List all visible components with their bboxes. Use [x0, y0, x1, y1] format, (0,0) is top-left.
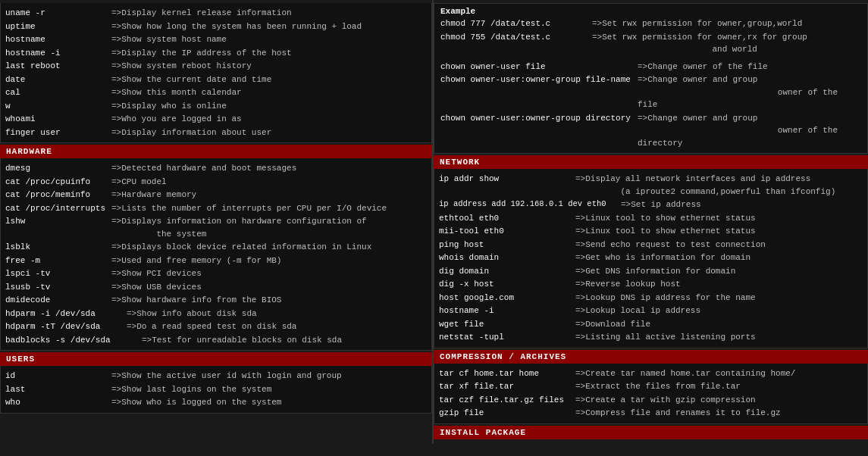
command-text: chown owner-user:owner-group directory — [440, 112, 638, 150]
command-text: cat /proc/interrupts — [5, 202, 111, 215]
command-desc: =>Set rwx permission for owner,rx for gr… — [592, 31, 861, 56]
command-desc: =>Change owner of the file — [638, 61, 861, 73]
list-item: last =>Show last logins on the system — [5, 383, 427, 396]
right-column: Example chmod 777 /data/test.c =>Set rwx… — [432, 0, 868, 444]
command-text: chown owner-user:owner-group file-name — [440, 73, 638, 111]
users-content: id =>Show the active user id with login … — [0, 366, 432, 414]
command-text: chown owner-user file — [440, 61, 638, 73]
command-desc: =>Linux tool to show ethernet status — [575, 225, 863, 238]
list-item: host google.com =>Lookup DNS ip address … — [439, 292, 863, 305]
command-desc: =>Send echo request to test connection — [575, 239, 863, 251]
command-desc: =>Change owner and group owner of the fi… — [638, 73, 861, 111]
install-header: INSTALL PACKAGE — [434, 426, 868, 439]
list-item: chmod 777 /data/test.c =>Set rwx permiss… — [440, 17, 861, 30]
command-text: whoami — [5, 113, 111, 126]
command-desc: =>Test for unreadable blocks on disk sda — [142, 334, 427, 347]
command-desc: =>Display information about user — [111, 126, 427, 139]
section-hardware: HARDWARE dmesg =>Detected hardware and b… — [0, 145, 432, 351]
network-content: ip addr show =>Display all network inter… — [434, 169, 868, 348]
command-desc: =>Download file — [575, 318, 863, 331]
list-item: ip addr show =>Display all network inter… — [439, 173, 863, 198]
list-item: id =>Show the active user id with login … — [5, 370, 427, 383]
left-column: uname -r =>Display kernel release inform… — [0, 0, 432, 444]
section-users: USERS id =>Show the active user id with … — [0, 352, 432, 414]
list-item: hdparm -tT /dev/sda =>Do a read speed te… — [5, 320, 427, 333]
command-desc: =>Change owner and group owner of the di… — [638, 112, 861, 150]
command-text: dig -x host — [439, 278, 575, 291]
command-text: hdparm -i /dev/sda — [5, 308, 127, 320]
command-text: hostname — [5, 33, 111, 46]
hardware-header: HARDWARE — [0, 145, 432, 158]
list-item: who =>Show who is logged on the system — [5, 396, 427, 409]
list-item: tar xf file.tar =>Extract the files from… — [439, 380, 863, 393]
command-text: w — [5, 100, 111, 113]
list-item: dmidecode =>Show hardware info from the … — [5, 294, 427, 307]
command-desc: =>Hardware memory — [111, 189, 427, 201]
list-item: cal =>Show this month calendar — [5, 86, 427, 99]
list-item: tar cf home.tar home =>Create tar named … — [439, 367, 863, 380]
example-block: Example chmod 777 /data/test.c =>Set rwx… — [434, 3, 868, 154]
list-item: uname -r =>Display kernel release inform… — [5, 7, 427, 20]
command-text: finger user — [5, 126, 111, 139]
command-text: cat /proc/cpuinfo — [5, 176, 111, 189]
command-desc: =>Used and free memory (-m for MB) — [111, 255, 427, 267]
list-item: w =>Display who is online — [5, 100, 427, 113]
command-text: dmesg — [5, 162, 111, 175]
command-desc: =>Displays block device related informat… — [111, 241, 427, 254]
command-text: ip address add 192.168.0.1 dev eth0 — [439, 198, 621, 211]
command-desc: =>Create tar named home.tar containing h… — [575, 367, 863, 380]
command-desc: =>Show the active user id with login and… — [111, 370, 427, 383]
command-text: lshw — [5, 215, 111, 240]
command-text: cat /proc/meminfo — [5, 189, 111, 201]
list-item: chown owner-user:owner-group directory =… — [440, 112, 861, 150]
list-item: hostname -i =>Display the IP address of … — [5, 47, 427, 60]
command-text: tar cf home.tar home — [439, 367, 575, 380]
command-text: lsblk — [5, 241, 111, 254]
compression-content: tar cf home.tar home =>Create tar named … — [434, 364, 868, 424]
list-item: tar czf file.tar.gz files =>Create a tar… — [439, 394, 863, 407]
command-text: hostname -i — [5, 47, 111, 60]
command-text: chmod 777 /data/test.c — [440, 17, 592, 30]
command-text: last — [5, 383, 111, 396]
command-text: date — [5, 73, 111, 86]
command-desc: =>Show how long the system has been runn… — [111, 20, 427, 33]
command-desc: =>Show PCI devices — [111, 267, 427, 280]
command-desc: =>Displays information on hardware confi… — [111, 215, 427, 240]
section-compression: COMPRESSION / ARCHIVES tar cf home.tar h… — [434, 350, 868, 424]
list-item: finger user =>Display information about … — [5, 126, 427, 139]
command-text: uname -r — [5, 7, 111, 20]
users-header: USERS — [0, 352, 432, 366]
command-text: tar xf file.tar — [439, 380, 575, 393]
command-desc: =>Lookup DNS ip address for the name — [575, 292, 863, 305]
command-desc: =>Set ip address — [621, 198, 863, 211]
command-text: free -m — [5, 255, 111, 267]
command-desc: =>Show last logins on the system — [111, 383, 427, 396]
list-item: lspci -tv =>Show PCI devices — [5, 267, 427, 280]
list-item: ethtool eth0 =>Linux tool to show ethern… — [439, 212, 863, 225]
command-text: badblocks -s /dev/sda — [5, 334, 142, 347]
command-desc: =>Reverse lookup host — [575, 278, 863, 291]
command-desc: =>Show who is logged on the system — [111, 396, 427, 409]
list-item: chown owner-user file =>Change owner of … — [440, 61, 861, 73]
command-text: hostname -i — [439, 305, 575, 317]
command-text: uptime — [5, 20, 111, 33]
list-item: cat /proc/meminfo =>Hardware memory — [5, 189, 427, 201]
command-desc: =>Detected hardware and boot messages — [111, 162, 427, 175]
section-install: INSTALL PACKAGE — [434, 426, 868, 439]
list-item: date =>Show the current date and time — [5, 73, 427, 86]
command-desc: =>Linux tool to show ethernet status — [575, 212, 863, 225]
command-text: who — [5, 396, 111, 409]
list-item: chown owner-user:owner-group file-name =… — [440, 73, 861, 111]
command-text: netstat -tupl — [439, 331, 575, 344]
list-item: hdparm -i /dev/sda =>Show info about dis… — [5, 308, 427, 320]
list-item: uptime =>Show how long the system has be… — [5, 20, 427, 33]
command-text: id — [5, 370, 111, 383]
command-desc: =>CPU model — [111, 176, 427, 189]
command-desc: =>Display kernel release information — [111, 7, 427, 20]
command-text: wget file — [439, 318, 575, 331]
command-desc: =>Lookup local ip address — [575, 305, 863, 317]
command-desc: =>Lists the number of interrupts per CPU… — [111, 202, 427, 215]
command-text: host google.com — [439, 292, 575, 305]
list-item: mii-tool eth0 =>Linux tool to show ether… — [439, 225, 863, 238]
command-desc: =>Show USB devices — [111, 281, 427, 294]
